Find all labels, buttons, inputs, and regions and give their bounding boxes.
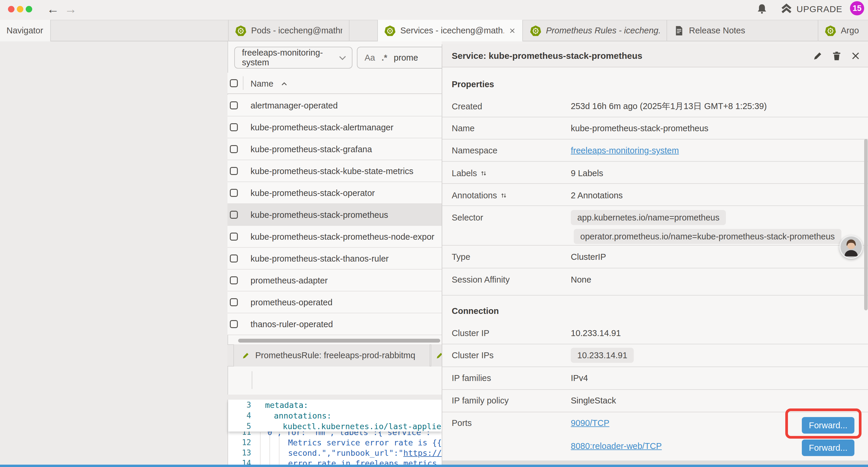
select-all-checkbox[interactable]	[230, 79, 238, 87]
indent-guide	[279, 432, 279, 465]
row-checkbox[interactable]	[230, 276, 238, 284]
row-checkbox[interactable]	[230, 145, 238, 153]
back-button[interactable]: ←	[47, 3, 59, 16]
field-label: Created	[452, 102, 482, 111]
divider	[442, 161, 868, 162]
row-checkbox[interactable]	[230, 233, 238, 241]
match-case-icon[interactable]: Aa	[365, 53, 375, 63]
red-highlight-annotation	[785, 408, 862, 439]
avatar[interactable]	[839, 235, 863, 259]
column-header-name[interactable]: Name	[251, 79, 273, 89]
table-row[interactable]: kube-prometheus-stack-thanos-ruler	[227, 248, 442, 269]
field-value[interactable]: 9 Labels	[571, 169, 603, 178]
row-checkbox[interactable]	[230, 123, 238, 131]
zoom-window-button[interactable]	[26, 6, 32, 12]
field-label: Name	[452, 123, 474, 133]
divider	[252, 371, 252, 389]
kubernetes-icon	[825, 25, 836, 36]
selector-chip: operator.prometheus.io/name=kube-prometh…	[574, 229, 841, 244]
table-row[interactable]: prometheus-adapter	[227, 269, 442, 291]
upgrade-button[interactable]: UPGRADE	[797, 4, 842, 14]
selector-chip: app.kubernetes.io/name=prometheus	[571, 210, 726, 225]
field-value[interactable]: 2 Annotations	[571, 191, 623, 200]
divider	[442, 183, 868, 184]
tab-navigator[interactable]: Navigator	[0, 20, 51, 41]
close-window-button[interactable]	[8, 6, 14, 12]
navigator-sidebar	[0, 41, 227, 467]
connection-heading: Connection	[452, 306, 499, 316]
upgrade-double-chevron-icon[interactable]	[780, 4, 793, 15]
table-row-selected[interactable]: kube-prometheus-stack-prometheus	[227, 204, 442, 226]
delete-button[interactable]	[831, 51, 842, 61]
field-label: Cluster IP	[452, 328, 489, 338]
close-tab-icon[interactable]	[509, 27, 516, 34]
edit-button[interactable]	[812, 51, 823, 61]
sort-icon[interactable]	[500, 192, 507, 199]
tab-release-notes[interactable]: Release Notes	[667, 20, 818, 41]
divider	[442, 205, 868, 206]
table-row[interactable]: kube-prometheus-stack-prometheus-node-ex…	[227, 226, 442, 248]
field-label: Cluster IPs	[452, 351, 494, 360]
table-row[interactable]: kube-prometheus-stack-kube-state-metrics	[227, 160, 442, 182]
table-row[interactable]: alertmanager-operated	[227, 95, 442, 116]
divider	[442, 295, 868, 296]
table-row[interactable]: thanos-ruler-operated	[227, 313, 442, 335]
filter-query-text: prome	[394, 53, 418, 63]
namespace-link[interactable]: freeleaps-monitoring-system	[571, 146, 679, 155]
field-value: ClusterIP	[571, 252, 606, 262]
tab-argo[interactable]: Argo Se	[818, 20, 868, 41]
filter-input[interactable]: Aa .* prome	[357, 47, 449, 68]
window-bottom-accent	[0, 465, 868, 467]
field-value: 10.233.14.91	[571, 328, 621, 338]
row-checkbox[interactable]	[230, 189, 238, 197]
notification-badge[interactable]: 15	[850, 1, 864, 16]
bell-icon[interactable]	[756, 3, 768, 14]
forward-button[interactable]: →	[64, 3, 77, 16]
field-label: Type	[452, 252, 470, 262]
regex-icon[interactable]: .*	[381, 53, 387, 63]
row-checkbox[interactable]	[230, 298, 238, 306]
table-row[interactable]: kube-prometheus-stack-operator	[227, 182, 442, 204]
field-value: IPv4	[571, 373, 588, 383]
tab-prometheus-rules[interactable]: Prometheus Rules - icecheng...	[524, 20, 667, 41]
sort-ascending-icon[interactable]	[281, 80, 288, 87]
kubernetes-icon	[530, 25, 541, 36]
row-checkbox[interactable]	[230, 101, 238, 109]
kubernetes-icon	[384, 25, 396, 36]
divider	[442, 268, 868, 268]
tab-pods[interactable]: Pods - icecheng@mathmas...	[228, 20, 349, 41]
editor-tab-prometheusrule[interactable]: PrometheusRule: freeleaps-prod-rabbitmq	[234, 344, 430, 367]
divider	[442, 367, 868, 367]
field-label: Annotations	[452, 191, 507, 200]
service-detail-panel: Service: kube-prometheus-stack-prometheu…	[442, 44, 868, 467]
row-checkbox[interactable]	[230, 255, 238, 262]
row-checkbox[interactable]	[230, 211, 238, 219]
table-row[interactable]: kube-prometheus-stack-grafana	[227, 138, 442, 160]
field-label: Namespace	[452, 146, 498, 155]
close-panel-button[interactable]	[850, 51, 861, 61]
namespace-select[interactable]: freeleaps-monitoring-system	[234, 47, 352, 68]
forward-button[interactable]: Forward...	[802, 439, 855, 456]
field-value: kube-prometheus-stack-prometheus	[571, 123, 709, 133]
pencil-icon	[242, 351, 250, 360]
divider	[442, 139, 868, 140]
sort-icon[interactable]	[480, 170, 487, 176]
editor-tab-partial[interactable]	[431, 344, 442, 367]
port-link[interactable]: 9090/TCP	[571, 418, 610, 428]
panel-scrollbar[interactable]	[864, 139, 868, 310]
tab-services[interactable]: Services - icecheng@math...	[377, 20, 523, 41]
editor-gutter-band	[227, 395, 442, 400]
horizontal-scrollbar[interactable]	[238, 339, 440, 343]
divider	[442, 344, 868, 344]
app-window: ← → UPGRADE 15 Navigator Pods - icecheng…	[0, 0, 868, 467]
table-row[interactable]: kube-prometheus-stack-alertmanager	[227, 116, 442, 138]
port-link[interactable]: 8080:reloader-web/TCP	[571, 441, 662, 451]
table-row[interactable]: prometheus-operated	[227, 291, 442, 313]
row-checkbox[interactable]	[230, 320, 238, 328]
field-label: Ports	[452, 418, 472, 428]
divider	[442, 117, 868, 117]
person-icon	[840, 236, 862, 258]
properties-heading: Properties	[452, 80, 494, 89]
minimize-window-button[interactable]	[17, 6, 23, 12]
row-checkbox[interactable]	[230, 167, 238, 175]
